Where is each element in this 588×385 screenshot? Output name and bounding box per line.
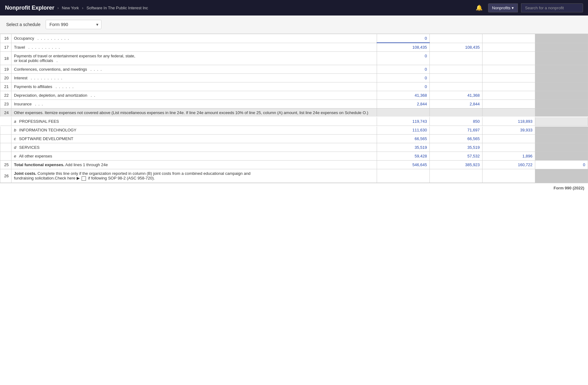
row-label: a PROFESSINAL FEES xyxy=(11,117,377,126)
col-c-value xyxy=(483,169,535,183)
sub-row-letter: a xyxy=(14,119,16,124)
col-d-value xyxy=(535,143,588,152)
table-row: 23 Insurance . . . 2,844 2,844 xyxy=(0,100,588,108)
col-a-value: 111,630 xyxy=(377,126,430,135)
col-c-value xyxy=(483,43,535,52)
sub-row-label: SOFTWARE DEVELOPMENT xyxy=(19,136,73,141)
expenses-table: 16 Occupancy . . . . . . . . . . 0 17 Tr… xyxy=(0,34,588,183)
col-d-value xyxy=(535,65,588,74)
expenses-table-container: 16 Occupancy . . . . . . . . . . 0 17 Tr… xyxy=(0,34,588,183)
table-row: 17 Travel . . . . . . . . . . 108,435 10… xyxy=(0,43,588,52)
table-row: 26 Joint costs. Complete this line only … xyxy=(0,169,588,183)
sub-row-label: All other expenses xyxy=(19,154,52,158)
col-d-value xyxy=(535,108,588,117)
col-c-value xyxy=(483,74,535,82)
brand-title: Nonprofit Explorer xyxy=(5,5,54,11)
sub-row-label: INFORMATION TECHNOLOGY xyxy=(19,128,76,132)
col-a-value xyxy=(377,169,430,183)
sub-row-letter: c xyxy=(14,136,16,141)
col-c-value: 118,893 xyxy=(483,117,535,126)
col-c-value xyxy=(483,65,535,74)
col-b-value: 385,923 xyxy=(430,161,483,169)
row-label: Payments of travel or entertainment expe… xyxy=(11,52,377,65)
col-a-value: 0 xyxy=(377,65,430,74)
table-row: 18 Payments of travel or entertainment e… xyxy=(0,52,588,65)
row-number xyxy=(0,152,11,161)
col-a-value: 108,435 xyxy=(377,43,430,52)
col-a-value: 546,645 xyxy=(377,161,430,169)
col-a-value: 41,368 xyxy=(377,91,430,100)
table-row: e All other expenses 59,428 57,532 1,896 xyxy=(0,152,588,161)
row-label: Insurance . . . xyxy=(11,100,377,108)
breadcrumb-org[interactable]: Software In The Public Interest Inc xyxy=(87,6,148,10)
form-footer-name: 990 xyxy=(565,186,572,190)
sub-row-label: PROFESSINAL FEES xyxy=(19,119,59,124)
col-c-value: 39,933 xyxy=(483,126,535,135)
col-d-value xyxy=(535,117,588,126)
row-number: 20 xyxy=(0,74,11,82)
header: Nonprofit Explorer › New York › Software… xyxy=(0,0,588,15)
col-b-value: 850 xyxy=(430,117,483,126)
col-b-value: 41,368 xyxy=(430,91,483,100)
sub-header: Select a schedule Form 990 Form 990-EZ F… xyxy=(0,15,588,34)
row-label: Other expenses. Itemize expenses not cov… xyxy=(11,108,377,117)
row-label: Joint costs. Complete this line only if … xyxy=(11,169,377,183)
col-d-value xyxy=(535,34,588,43)
row-number: 23 xyxy=(0,100,11,108)
breadcrumb-chevron-2: › xyxy=(82,6,83,10)
col-a-value: 2,844 xyxy=(377,100,430,108)
col-b-value: 71,697 xyxy=(430,126,483,135)
row-number: 24 xyxy=(0,108,11,117)
row-number: 22 xyxy=(0,91,11,100)
schedule-select-wrapper: Form 990 Form 990-EZ Form 990-PF ▾ xyxy=(46,20,101,29)
nonprofits-dropdown-arrow: ▾ xyxy=(512,6,514,10)
col-d-value xyxy=(535,43,588,52)
breadcrumb-new-york[interactable]: New York xyxy=(62,6,79,10)
row-label: d SERVICES xyxy=(11,143,377,152)
col-c-value xyxy=(483,91,535,100)
col-b-value: 108,435 xyxy=(430,43,483,52)
bell-icon[interactable]: 🔔 xyxy=(476,4,483,11)
nonprofits-dropdown-button[interactable]: Nonprofits ▾ xyxy=(488,3,518,12)
col-b-value: 2,844 xyxy=(430,100,483,108)
form-footer-text: Form xyxy=(554,186,564,190)
total-label-bold: Total functional expenses. xyxy=(14,162,64,167)
search-input[interactable] xyxy=(521,3,583,12)
col-b-value xyxy=(430,34,483,43)
table-row: 24 Other expenses. Itemize expenses not … xyxy=(0,108,588,117)
row-number: 16 xyxy=(0,34,11,43)
col-d-value xyxy=(535,52,588,65)
schedule-select-label: Select a schedule xyxy=(6,22,41,27)
col-b-value xyxy=(430,108,483,117)
col-d-value xyxy=(535,91,588,100)
row-label: Conferences, conventions, and meetings .… xyxy=(11,65,377,74)
nonprofits-label: Nonprofits xyxy=(492,6,510,10)
col-c-value xyxy=(483,82,535,91)
col-a-value: 0 xyxy=(377,74,430,82)
joint-costs-label-bold: Joint costs. xyxy=(14,171,36,176)
schedule-select[interactable]: Form 990 Form 990-EZ Form 990-PF xyxy=(46,20,101,29)
joint-costs-checkbox[interactable] xyxy=(82,176,86,181)
col-c-value: 1,896 xyxy=(483,152,535,161)
col-d-value xyxy=(535,135,588,143)
row-number: 21 xyxy=(0,82,11,91)
col-a-value: 66,565 xyxy=(377,135,430,143)
col-d-value xyxy=(535,74,588,82)
row-number xyxy=(0,126,11,135)
row-label: Depreciation, depletion, and amortizatio… xyxy=(11,91,377,100)
col-b-value xyxy=(430,74,483,82)
col-b-value xyxy=(430,52,483,65)
col-d-value xyxy=(535,82,588,91)
table-row: a PROFESSINAL FEES 119,743 850 118,893 xyxy=(0,117,588,126)
row-number xyxy=(0,143,11,152)
col-b-value xyxy=(430,169,483,183)
table-row: 16 Occupancy . . . . . . . . . . 0 xyxy=(0,34,588,43)
col-d-value xyxy=(535,100,588,108)
row-number xyxy=(0,117,11,126)
col-d-value: 0 xyxy=(535,161,588,169)
col-b-value xyxy=(430,82,483,91)
col-d-value xyxy=(535,152,588,161)
row-label: c SOFTWARE DEVELOPMENT xyxy=(11,135,377,143)
table-row: 19 Conferences, conventions, and meeting… xyxy=(0,65,588,74)
col-a-value: 0 xyxy=(377,52,430,65)
